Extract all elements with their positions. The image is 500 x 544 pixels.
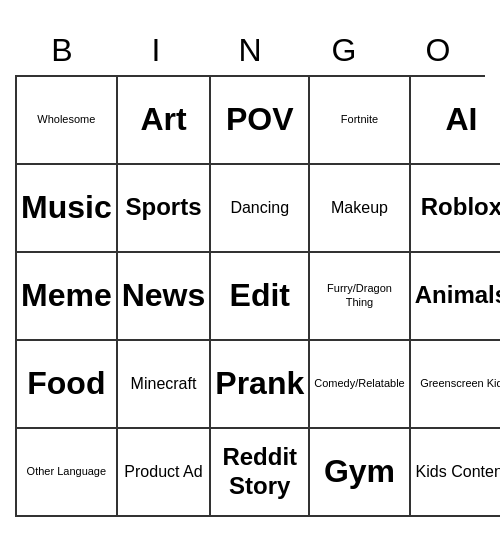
bingo-cell-text-r1-c1: Sports bbox=[125, 193, 201, 222]
bingo-cell-text-r1-c3: Makeup bbox=[331, 198, 388, 217]
bingo-cell-r1-c2: Dancing bbox=[211, 165, 310, 253]
bingo-cell-r1-c3: Makeup bbox=[310, 165, 411, 253]
bingo-cell-text-r0-c4: AI bbox=[445, 100, 477, 138]
bingo-cell-r0-c1: Art bbox=[118, 77, 212, 165]
bingo-cell-text-r3-c2: Prank bbox=[215, 364, 304, 402]
bingo-cell-text-r0-c1: Art bbox=[140, 100, 186, 138]
bingo-cell-text-r2-c1: News bbox=[122, 276, 206, 314]
bingo-cell-text-r4-c0: Other Language bbox=[27, 465, 107, 478]
bingo-cell-r2-c1: News bbox=[118, 253, 212, 341]
bingo-cell-r4-c4: Kids Content bbox=[411, 429, 500, 517]
bingo-cell-text-r0-c3: Fortnite bbox=[341, 113, 378, 126]
bingo-cell-text-r1-c0: Music bbox=[21, 188, 112, 226]
bingo-cell-text-r4-c1: Product Ad bbox=[124, 462, 202, 481]
bingo-cell-text-r3-c4: Greenscreen Kid bbox=[420, 377, 500, 390]
bingo-cell-text-r0-c0: Wholesome bbox=[37, 113, 95, 126]
bingo-cell-text-r4-c3: Gym bbox=[324, 452, 395, 490]
bingo-cell-r0-c3: Fortnite bbox=[310, 77, 411, 165]
bingo-cell-r0-c0: Wholesome bbox=[17, 77, 118, 165]
bingo-cell-text-r3-c1: Minecraft bbox=[131, 374, 197, 393]
bingo-cell-text-r2-c3: Furry/Dragon Thing bbox=[314, 282, 405, 308]
bingo-cell-r4-c0: Other Language bbox=[17, 429, 118, 517]
header-letter-G: G bbox=[297, 28, 391, 73]
bingo-cell-r3-c0: Food bbox=[17, 341, 118, 429]
bingo-cell-r1-c1: Sports bbox=[118, 165, 212, 253]
bingo-cell-r1-c4: Roblox bbox=[411, 165, 500, 253]
bingo-cell-text-r0-c2: POV bbox=[226, 100, 294, 138]
header-letter-B: B bbox=[15, 28, 109, 73]
bingo-header: BINGO bbox=[15, 28, 485, 73]
bingo-cell-text-r3-c3: Comedy/Relatable bbox=[314, 377, 405, 390]
bingo-cell-r0-c2: POV bbox=[211, 77, 310, 165]
bingo-grid: WholesomeArtPOVFortniteAIMusicSportsDanc… bbox=[15, 75, 485, 517]
bingo-cell-text-r4-c2: Reddit Story bbox=[215, 443, 304, 501]
bingo-cell-text-r2-c0: Meme bbox=[21, 276, 112, 314]
bingo-cell-text-r2-c4: Animals bbox=[415, 281, 500, 310]
header-letter-N: N bbox=[203, 28, 297, 73]
bingo-cell-r0-c4: AI bbox=[411, 77, 500, 165]
bingo-cell-r3-c3: Comedy/Relatable bbox=[310, 341, 411, 429]
bingo-cell-r2-c2: Edit bbox=[211, 253, 310, 341]
bingo-cell-text-r4-c4: Kids Content bbox=[416, 462, 500, 481]
bingo-card: BINGO WholesomeArtPOVFortniteAIMusicSpor… bbox=[15, 28, 485, 517]
bingo-cell-text-r1-c4: Roblox bbox=[421, 193, 500, 222]
bingo-cell-r3-c2: Prank bbox=[211, 341, 310, 429]
header-letter-I: I bbox=[109, 28, 203, 73]
bingo-cell-text-r1-c2: Dancing bbox=[230, 198, 289, 217]
bingo-cell-text-r2-c2: Edit bbox=[230, 276, 290, 314]
header-letter-O: O bbox=[391, 28, 485, 73]
bingo-cell-r2-c0: Meme bbox=[17, 253, 118, 341]
bingo-cell-r4-c2: Reddit Story bbox=[211, 429, 310, 517]
bingo-cell-r2-c3: Furry/Dragon Thing bbox=[310, 253, 411, 341]
bingo-cell-r4-c3: Gym bbox=[310, 429, 411, 517]
bingo-cell-r1-c0: Music bbox=[17, 165, 118, 253]
bingo-cell-r2-c4: Animals bbox=[411, 253, 500, 341]
bingo-cell-r4-c1: Product Ad bbox=[118, 429, 212, 517]
bingo-cell-r3-c1: Minecraft bbox=[118, 341, 212, 429]
bingo-cell-r3-c4: Greenscreen Kid bbox=[411, 341, 500, 429]
bingo-cell-text-r3-c0: Food bbox=[27, 364, 105, 402]
